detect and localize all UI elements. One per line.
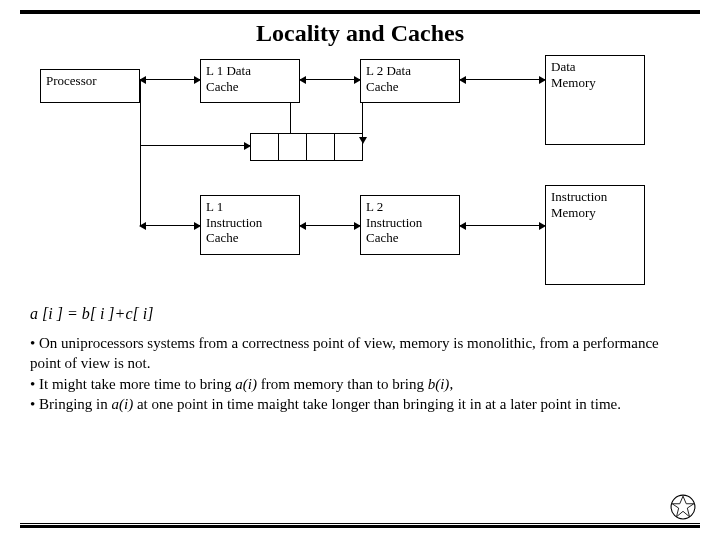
processor-label: Processor: [46, 73, 97, 88]
b3-part-b: at one point in time maight take longer …: [133, 396, 621, 412]
gatech-logo-icon: [670, 494, 696, 520]
imem-line2: Memory: [551, 205, 596, 220]
imem-line1: Instruction: [551, 189, 607, 204]
b3-italic-1: a(i): [112, 396, 134, 412]
dmem-line1: Data: [551, 59, 576, 74]
l2i-line3: Cache: [366, 230, 398, 245]
cache-diagram: Processor L 1 Data Cache L 2 Data Cache …: [30, 55, 690, 305]
bullet-3: • Bringing in a(i) at one point in time …: [30, 394, 690, 414]
proc-vertical-bus: [140, 79, 141, 225]
bullet-list: • On uniprocessors systems from a correc…: [30, 333, 690, 414]
l1i-line1: L 1: [206, 199, 223, 214]
l2i-line1: L 2: [366, 199, 383, 214]
footer: [20, 523, 700, 528]
arrow-l1d-l2d: [300, 79, 360, 80]
b2-part-a: • It might take more time to bring: [30, 376, 235, 392]
slide-title: Locality and Caches: [30, 20, 690, 47]
processor-box: Processor: [40, 69, 140, 103]
l1-instruction-cache-box: L 1 Instruction Cache: [200, 195, 300, 255]
l1-data-cache-box: L 1 Data Cache: [200, 59, 300, 103]
arrow-proc-l1i: [140, 225, 200, 226]
register-file: [250, 133, 362, 161]
l1d-line1: L 1 Data: [206, 63, 251, 78]
formula-text: a [i ] = b[ i ]+c[ i]: [30, 305, 690, 323]
arrow-l2d-dmem: [460, 79, 545, 80]
l1i-line3: Cache: [206, 230, 238, 245]
arrow-proc-l1d: [140, 79, 200, 80]
l1i-line2: Instruction: [206, 215, 262, 230]
l2d-line1: L 2 Data: [366, 63, 411, 78]
l2i-line2: Instruction: [366, 215, 422, 230]
instruction-memory-box: Instruction Memory: [545, 185, 645, 285]
bottom-rule: [20, 523, 700, 528]
dmem-line2: Memory: [551, 75, 596, 90]
data-memory-box: Data Memory: [545, 55, 645, 145]
bullet-2: • It might take more time to bring a(i) …: [30, 374, 690, 394]
l1d-line2: Cache: [206, 79, 238, 94]
b2-italic-2: b(i): [428, 376, 450, 392]
l2d-line2: Cache: [366, 79, 398, 94]
top-rule: [20, 10, 700, 14]
l1d-to-regs: [290, 103, 291, 133]
l2d-to-regs: [362, 103, 363, 143]
bullet-1: • On uniprocessors systems from a correc…: [30, 333, 690, 374]
proc-to-regs: [140, 145, 250, 146]
l2-data-cache-box: L 2 Data Cache: [360, 59, 460, 103]
arrow-l1i-l2i: [300, 225, 360, 226]
b2-part-b: from memory than to bring: [257, 376, 428, 392]
l2-instruction-cache-box: L 2 Instruction Cache: [360, 195, 460, 255]
svg-point-0: [671, 495, 695, 519]
b2-part-c: ,: [449, 376, 453, 392]
arrow-l2i-imem: [460, 225, 545, 226]
b3-part-a: • Bringing in: [30, 396, 112, 412]
b2-italic-1: a(i): [235, 376, 257, 392]
